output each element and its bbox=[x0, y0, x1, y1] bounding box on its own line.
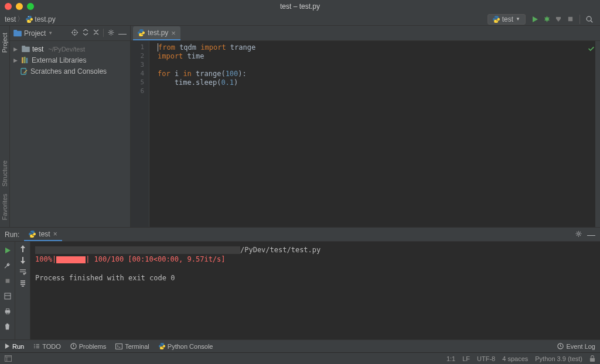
folder-icon bbox=[22, 46, 30, 52]
search-everywhere-button[interactable] bbox=[584, 13, 595, 25]
svg-rect-21 bbox=[6, 313, 9, 314]
run-with-coverage-button[interactable] bbox=[553, 13, 564, 25]
svg-rect-26 bbox=[590, 358, 595, 361]
scroll-to-end-icon[interactable] bbox=[19, 280, 26, 287]
project-tree[interactable]: ▶ test ~/PyDev/test ▶ External Libraries… bbox=[10, 41, 130, 79]
line-number: 1 bbox=[131, 43, 149, 52]
gear-icon[interactable] bbox=[575, 230, 582, 239]
svg-rect-11 bbox=[22, 46, 25, 47]
expand-all-icon[interactable] bbox=[82, 29, 89, 38]
structure-tool-tab[interactable]: Structure bbox=[1, 157, 9, 190]
hide-panel-icon[interactable]: — bbox=[118, 29, 127, 38]
up-arrow-icon[interactable] bbox=[20, 245, 26, 252]
event-log-tool-tab[interactable]: Event Log bbox=[557, 343, 595, 350]
editor-gutter[interactable]: 1 2 3 4 5 6 bbox=[131, 41, 149, 227]
problems-tool-tab[interactable]: Problems bbox=[70, 343, 106, 350]
lock-icon[interactable] bbox=[589, 355, 595, 362]
error-stripe[interactable] bbox=[595, 41, 600, 227]
line-separator[interactable]: LF bbox=[462, 355, 470, 362]
tree-scratches[interactable]: Scratches and Consoles bbox=[10, 66, 130, 77]
line-number: 6 bbox=[131, 87, 149, 96]
debug-button[interactable] bbox=[541, 13, 553, 25]
chevron-right-icon: ▶ bbox=[13, 46, 19, 52]
svg-rect-12 bbox=[22, 57, 23, 63]
run-tab-label: test bbox=[39, 230, 50, 238]
run-actions-toolbar bbox=[0, 242, 15, 339]
chevron-right-icon: ▶ bbox=[13, 57, 19, 63]
locate-file-icon[interactable] bbox=[71, 29, 79, 38]
trash-icon[interactable] bbox=[2, 321, 13, 332]
tree-external-libraries[interactable]: ▶ External Libraries bbox=[10, 54, 130, 66]
run-button[interactable] bbox=[529, 13, 541, 25]
line-number: 5 bbox=[131, 78, 149, 87]
editor-area: test.py × 1 2 3 4 5 6 from tqdm import t… bbox=[131, 26, 600, 227]
run-tab[interactable]: test × bbox=[24, 228, 62, 241]
event-log-icon bbox=[557, 343, 564, 349]
python-console-tool-tab[interactable]: Python Console bbox=[159, 343, 213, 350]
line-number: 4 bbox=[131, 70, 149, 78]
console-progress-line: 100%|| 100/100 [00:10<00:00, 9.57it/s] bbox=[35, 255, 595, 264]
close-tab-icon[interactable]: × bbox=[171, 29, 176, 37]
collapse-all-icon[interactable] bbox=[93, 29, 100, 38]
svg-rect-6 bbox=[13, 30, 17, 32]
svg-rect-14 bbox=[26, 57, 28, 63]
run-console[interactable]: /PyDev/test/test.py 100%|| 100/100 [00:1… bbox=[30, 242, 600, 339]
print-icon[interactable] bbox=[2, 306, 13, 317]
svg-point-8 bbox=[74, 32, 75, 33]
navigation-bar: test 〉 test.py test ▼ bbox=[0, 13, 600, 26]
run-tool-header: Run: test × — bbox=[0, 228, 600, 242]
inspection-ok-icon[interactable] bbox=[587, 44, 595, 53]
down-arrow-icon[interactable] bbox=[20, 257, 26, 264]
project-panel-header: Project ▼ — bbox=[10, 26, 130, 41]
project-tool-tab[interactable]: Project bbox=[1, 29, 9, 56]
run-tool-window: Run: test × — /PyDev/test/test.py 1 bbox=[0, 227, 600, 339]
python-interpreter[interactable]: Python 3.9 (test) bbox=[535, 355, 582, 362]
stop-button[interactable] bbox=[564, 13, 576, 25]
terminal-tool-tab[interactable]: Terminal bbox=[115, 343, 149, 350]
wrench-icon[interactable] bbox=[2, 260, 13, 271]
redacted-block bbox=[35, 246, 240, 254]
svg-point-0 bbox=[28, 16, 29, 16]
breadcrumb-file[interactable]: test.py bbox=[35, 15, 55, 23]
python-console-icon bbox=[159, 343, 165, 349]
caret-position[interactable]: 1:1 bbox=[446, 355, 455, 362]
gear-icon[interactable] bbox=[107, 29, 115, 38]
terminal-icon bbox=[115, 344, 122, 349]
run-configuration-name: test bbox=[502, 15, 513, 23]
indent-setting[interactable]: 4 spaces bbox=[502, 355, 528, 362]
project-panel-title[interactable]: Project bbox=[24, 29, 46, 37]
tree-root-path: ~/PyDev/test bbox=[48, 46, 85, 53]
close-tab-icon[interactable]: × bbox=[53, 230, 57, 238]
python-file-icon bbox=[29, 231, 36, 238]
line-number: 3 bbox=[131, 61, 149, 70]
chevron-down-icon: ▼ bbox=[516, 16, 520, 22]
rerun-button[interactable] bbox=[2, 245, 13, 256]
run-tool-tab[interactable]: Run bbox=[5, 343, 24, 350]
hide-panel-icon[interactable]: — bbox=[587, 230, 595, 239]
tree-root[interactable]: ▶ test ~/PyDev/test bbox=[10, 43, 130, 54]
layout-button[interactable] bbox=[2, 291, 13, 301]
project-icon bbox=[13, 30, 22, 37]
breadcrumb-project[interactable]: test bbox=[5, 15, 16, 23]
python-file-icon bbox=[493, 16, 500, 23]
run-icon bbox=[5, 344, 10, 349]
code-editor[interactable]: from tqdm import trange import time for … bbox=[149, 41, 595, 227]
tree-root-label: test bbox=[32, 45, 43, 53]
editor-tab-label: test.py bbox=[148, 29, 168, 37]
tree-scratches-label: Scratches and Consoles bbox=[30, 67, 107, 75]
favorites-tool-tab[interactable]: Favorites bbox=[1, 190, 9, 224]
breadcrumb-separator: 〉 bbox=[17, 14, 24, 24]
editor-body[interactable]: 1 2 3 4 5 6 from tqdm import trange impo… bbox=[131, 41, 600, 227]
bottom-tool-tabs: Run TODO Problems Terminal Python Consol… bbox=[0, 339, 600, 352]
svg-rect-13 bbox=[24, 57, 26, 63]
soft-wrap-icon[interactable] bbox=[19, 269, 26, 275]
project-tool-window: Project ▼ — ▶ test ~/PyDev/test ▶ bbox=[10, 26, 131, 227]
editor-tab[interactable]: test.py × bbox=[133, 26, 180, 40]
stop-run-button[interactable] bbox=[2, 276, 13, 286]
file-encoding[interactable]: UTF-8 bbox=[477, 355, 495, 362]
window-title: test – test.py bbox=[0, 2, 600, 11]
svg-rect-17 bbox=[5, 279, 9, 283]
tool-windows-button[interactable] bbox=[5, 355, 12, 362]
todo-tool-tab[interactable]: TODO bbox=[33, 343, 61, 350]
run-configuration-selector[interactable]: test ▼ bbox=[488, 14, 526, 25]
